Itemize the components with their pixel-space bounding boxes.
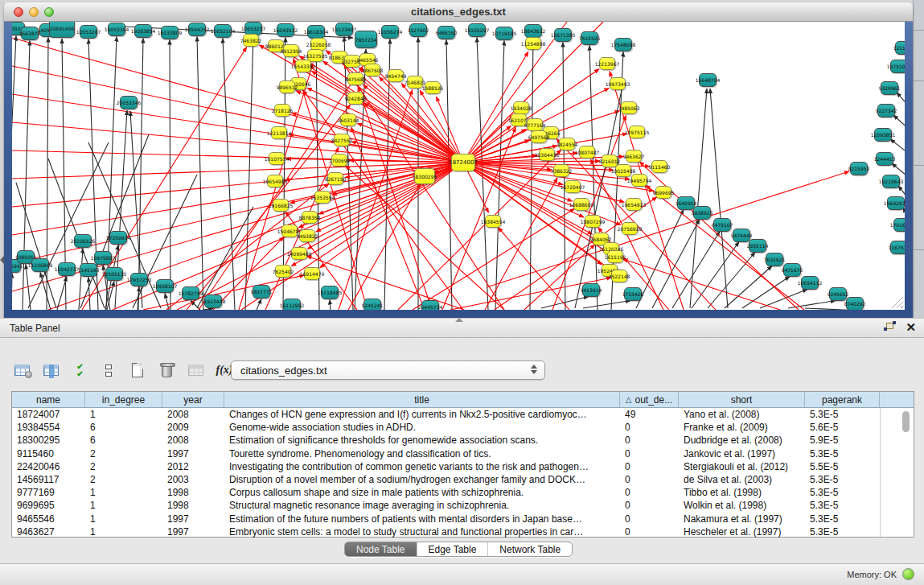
table-row[interactable]: 946362711997Embryonic stem cells: a mode… [12, 525, 914, 538]
network-node[interactable]: 11056274 [381, 25, 399, 39]
table-cell-short[interactable]: Wolkin et al. (1998) [679, 500, 805, 511]
network-node[interactable]: 19383854 [134, 24, 152, 38]
table-cell-pagerank[interactable]: 5.3E-5 [805, 500, 880, 511]
network-node[interactable]: 16210643 [882, 175, 900, 188]
table-row[interactable]: 1872400712008Changes of HCN gene express… [12, 408, 914, 421]
table-cell-name[interactable]: 9699695 [12, 500, 85, 511]
network-node[interactable]: 9857771 [253, 285, 270, 299]
column-header-name[interactable]: name [12, 392, 85, 407]
network-hub-node[interactable]: 18724007 [451, 154, 475, 171]
network-node[interactable]: 9227342 [877, 104, 895, 117]
network-node[interactable]: 9329961 [881, 81, 898, 95]
table-cell-in_degree[interactable]: 6 [85, 435, 162, 446]
network-node[interactable]: 10807487 [579, 146, 595, 159]
table-cell-in_degree[interactable]: 2 [85, 448, 162, 459]
table-cell-year[interactable]: 1997 [162, 513, 224, 525]
table-row[interactable]: 969969511998Structural magnetic resonanc… [12, 499, 914, 512]
table-cell-year[interactable]: 2008 [162, 409, 224, 420]
network-node[interactable]: 1700694 [331, 154, 347, 167]
network-node[interactable]: 7625402 [275, 265, 291, 278]
table-cell-title[interactable]: Disruption of a novel member of a sodium… [224, 474, 620, 485]
network-node[interactable]: 10654112 [801, 276, 819, 290]
table-cell-name[interactable]: 18724007 [12, 409, 85, 420]
table-row[interactable]: 946554611997Estimation of the future num… [12, 513, 914, 525]
network-node[interactable]: 7386322 [553, 164, 569, 177]
close-window-button[interactable] [14, 7, 23, 17]
network-node[interactable]: 12093851 [874, 128, 892, 142]
network-node[interactable]: 9115460 [651, 160, 667, 173]
network-node[interactable]: 15123407 [335, 23, 353, 36]
network-node[interactable]: 10975887 [94, 251, 112, 265]
table-cell-pagerank[interactable]: 5.3E-5 [805, 513, 880, 525]
network-node[interactable]: 18618304 [307, 25, 325, 39]
network-node[interactable]: 12213967 [599, 57, 615, 70]
table-cell-name[interactable]: 9463627 [12, 526, 85, 538]
network-node[interactable]: 7485063 [621, 101, 637, 114]
network-node[interactable]: 8454749 [388, 69, 404, 82]
network-node[interactable]: 1588526 [425, 81, 441, 94]
network-node[interactable]: 12213814 [271, 126, 287, 139]
table-cell-out_de[interactable]: 0 [620, 487, 679, 498]
network-node[interactable]: 19165297 [468, 23, 486, 37]
network-node[interactable]: 9474444 [733, 229, 750, 242]
table-cell-out_de[interactable]: 0 [620, 435, 679, 446]
table-cell-year[interactable]: 2009 [162, 422, 224, 433]
table-cell-in_degree[interactable]: 1 [85, 500, 162, 511]
network-node[interactable]: 1527602 [409, 23, 427, 37]
table-cell-name[interactable]: 22420046 [12, 461, 85, 472]
row-options-button[interactable] [97, 359, 121, 381]
network-node[interactable]: 18807299 [585, 215, 601, 228]
close-panel-icon[interactable]: ✕ [906, 321, 916, 333]
tab-node-table[interactable]: Node Table [345, 542, 417, 556]
create-column-button[interactable] [125, 359, 150, 381]
network-node[interactable]: 9463627 [626, 150, 642, 163]
table-cell-name[interactable]: 9115460 [12, 448, 85, 459]
network-node[interactable]: 17957253 [130, 273, 148, 286]
network-node[interactable]: 16648784 [699, 73, 717, 87]
network-node[interactable]: 10553287 [80, 25, 97, 39]
table-panel-titlebar[interactable]: Table Panel ✕ [0, 318, 924, 338]
network-node[interactable]: 15718485 [321, 286, 339, 299]
network-node[interactable]: 8267150 [327, 172, 343, 185]
network-node[interactable]: 1934028 [513, 101, 529, 114]
network-node[interactable]: 8215953 [850, 162, 868, 175]
splitter-handle-icon[interactable] [455, 318, 463, 322]
minimize-window-button[interactable] [29, 7, 39, 17]
table-cell-short[interactable]: Yano et al. (2008) [679, 409, 805, 420]
network-node[interactable]: 1640954 [677, 196, 695, 210]
network-node[interactable]: 20445734 [421, 300, 439, 311]
network-node[interactable]: 20756928 [622, 222, 638, 235]
table-row[interactable]: 1456911722003Disruption of a novel membe… [12, 473, 914, 486]
column-header-year[interactable]: year [162, 392, 224, 407]
network-node[interactable]: 15751074 [890, 60, 905, 73]
network-node[interactable]: 16914479 [304, 267, 320, 280]
network-node[interactable]: 6466160 [437, 26, 455, 39]
table-cell-short[interactable]: Tibbo et al. (1998) [679, 487, 805, 498]
network-node[interactable]: 16033809 [161, 26, 179, 39]
table-row[interactable]: 977716911998Corpus callosum shape and si… [12, 486, 914, 499]
table-cell-year[interactable]: 1998 [162, 500, 224, 511]
table-cell-in_degree[interactable]: 6 [85, 422, 162, 433]
network-node[interactable]: 9245652 [829, 287, 847, 301]
network-node[interactable]: 2718126 [274, 104, 290, 117]
network-node[interactable]: 9413614 [582, 283, 600, 297]
network-node[interactable]: 20053346 [120, 96, 138, 109]
network-node[interactable]: 8912954 [283, 44, 299, 57]
table-cell-name[interactable]: 14569117 [12, 474, 85, 485]
network-node[interactable]: 2935114 [749, 239, 766, 253]
network-node[interactable]: 7632621 [766, 253, 783, 266]
network-node[interactable]: 18300295 [414, 168, 435, 184]
zoom-window-button[interactable] [44, 7, 54, 17]
network-canvas[interactable]: 9335572166387424055722069140610553287160… [12, 22, 905, 310]
table-cell-title[interactable]: Embryonic stem cells: a model to study s… [224, 526, 620, 538]
network-node[interactable]: 8740292 [846, 297, 864, 311]
network-node[interactable]: 20206526 [74, 234, 92, 248]
network-node[interactable]: 6497568 [531, 130, 547, 143]
network-node[interactable]: 14099489 [291, 247, 307, 260]
table-cell-title[interactable]: Corpus callosum shape and size in male p… [224, 487, 620, 498]
column-header-in_degree[interactable]: in_degree [85, 392, 162, 407]
table-row[interactable]: 1830029562008Estimation of significance … [12, 434, 914, 447]
table-cell-title[interactable]: Tourette syndrome. Phenomenology and cla… [224, 448, 620, 459]
table-cell-out_de[interactable]: 0 [620, 500, 679, 511]
table-row[interactable]: 911546021997Tourette syndrome. Phenomeno… [12, 447, 914, 460]
